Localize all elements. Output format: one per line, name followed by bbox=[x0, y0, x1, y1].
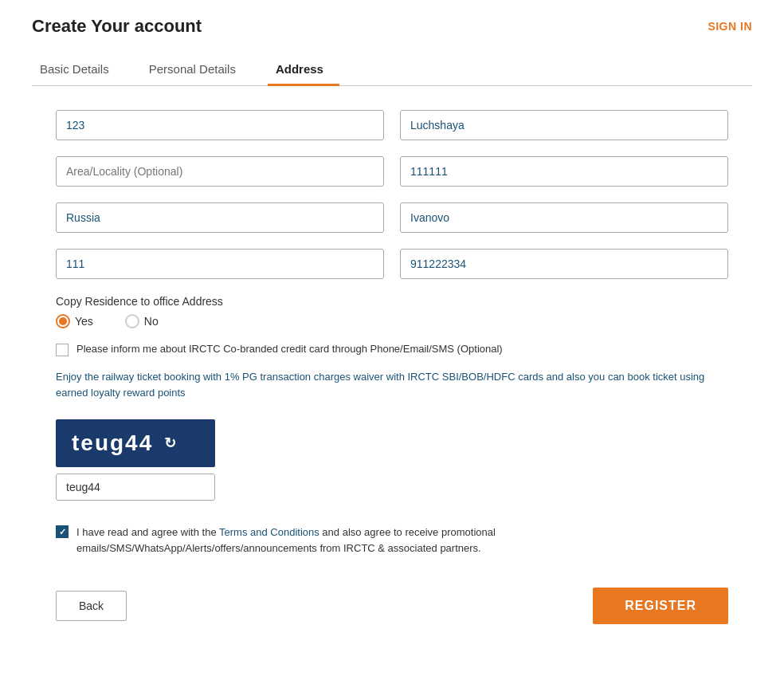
form-section: Copy Residence to office Address Yes No … bbox=[32, 110, 752, 624]
area-field bbox=[56, 156, 384, 187]
sign-in-link[interactable]: SIGN IN bbox=[708, 20, 752, 33]
radio-no-button[interactable] bbox=[125, 314, 139, 328]
area-input[interactable] bbox=[56, 156, 384, 187]
header-row: Create Your account SIGN IN bbox=[32, 16, 752, 37]
radio-group: Yes No bbox=[56, 314, 728, 328]
terms-conditions-link[interactable]: Terms and Conditions bbox=[219, 526, 319, 538]
city-input[interactable] bbox=[56, 249, 384, 279]
form-row-1 bbox=[56, 110, 728, 140]
captcha-refresh-icon[interactable]: ↻ bbox=[164, 434, 178, 452]
credit-card-checkbox-row: Please inform me about IRCTC Co-branded … bbox=[56, 343, 728, 356]
page-title: Create Your account bbox=[32, 16, 202, 37]
form-row-3 bbox=[56, 202, 728, 233]
back-button[interactable]: Back bbox=[56, 591, 127, 621]
copy-residence-label: Copy Residence to office Address bbox=[56, 295, 728, 308]
pincode-input[interactable] bbox=[400, 156, 728, 187]
flat-number-input[interactable] bbox=[56, 110, 384, 140]
pincode-field bbox=[400, 156, 728, 187]
tab-personal-details[interactable]: Personal Details bbox=[141, 53, 252, 85]
phone-field bbox=[400, 249, 728, 279]
radio-no-label[interactable]: No bbox=[125, 314, 159, 328]
city-field bbox=[56, 249, 384, 279]
street-field bbox=[400, 110, 728, 140]
terms-row: I have read and agree with the Terms and… bbox=[56, 525, 728, 556]
country-input[interactable] bbox=[56, 202, 384, 233]
tabs-row: Basic Details Personal Details Address bbox=[32, 53, 752, 86]
credit-card-checkbox[interactable] bbox=[56, 344, 69, 356]
register-button[interactable]: REGISTER bbox=[593, 588, 728, 624]
form-row-2 bbox=[56, 156, 728, 187]
captcha-box: teug44 ↻ bbox=[56, 419, 215, 467]
terms-checkbox[interactable] bbox=[56, 525, 69, 538]
radio-yes-button[interactable] bbox=[56, 314, 70, 328]
terms-text-before: I have read and agree with the bbox=[76, 526, 219, 538]
radio-no-text: No bbox=[144, 315, 159, 328]
captcha-input[interactable] bbox=[56, 474, 215, 501]
country-field bbox=[56, 202, 384, 233]
phone-input[interactable] bbox=[400, 249, 728, 279]
state-field bbox=[400, 202, 728, 233]
credit-card-label: Please inform me about IRCTC Co-branded … bbox=[76, 343, 503, 355]
terms-text: I have read and agree with the Terms and… bbox=[76, 525, 728, 556]
street-input[interactable] bbox=[400, 110, 728, 140]
state-input[interactable] bbox=[400, 202, 728, 233]
copy-residence-row: Copy Residence to office Address Yes No bbox=[56, 295, 728, 328]
radio-yes-text: Yes bbox=[75, 315, 93, 328]
flat-number-field bbox=[56, 110, 384, 140]
radio-yes-label[interactable]: Yes bbox=[56, 314, 93, 328]
form-row-4 bbox=[56, 249, 728, 279]
tab-address[interactable]: Address bbox=[268, 53, 339, 85]
captcha-section: teug44 ↻ bbox=[56, 419, 728, 501]
promo-text: Enjoy the railway ticket booking with 1%… bbox=[56, 369, 728, 400]
tab-basic-details[interactable]: Basic Details bbox=[32, 53, 125, 85]
buttons-row: Back REGISTER bbox=[56, 588, 728, 624]
page-wrapper: Create Your account SIGN IN Basic Detail… bbox=[0, 0, 784, 656]
captcha-text: teug44 bbox=[72, 430, 153, 456]
